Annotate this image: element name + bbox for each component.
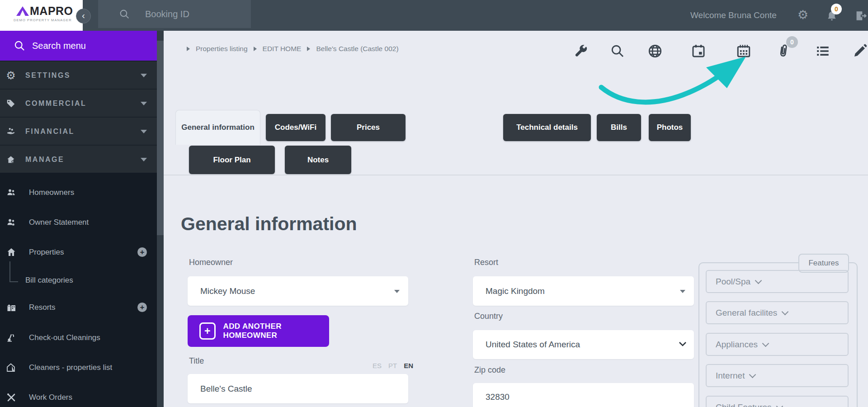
plus-icon[interactable]: + [137,303,147,312]
sidebar-item-owner-statement[interactable]: Owner Statement [0,213,157,232]
search-icon[interactable] [610,43,625,59]
breadcrumb-properties-listing[interactable]: Properties listing [196,45,248,53]
brand-subtitle: DEMO PROPERTY MANAGER [14,18,72,22]
sidebar-collapse-button[interactable]: ‹ [76,9,91,24]
dropdown-caret-icon [680,290,685,293]
sidebar-section-commercial[interactable]: COMMERCIAL [0,89,157,118]
country-value: United States of America [486,340,580,350]
feature-label: Appliances [716,340,758,350]
wrench-icon[interactable] [573,43,588,59]
breadcrumb: Properties listing EDIT HOME Belle's Cas… [187,45,399,53]
sidebar-item-resorts[interactable]: Resorts + [0,298,157,317]
breadcrumb-current-property[interactable]: Belle's Castle (Castle 002) [316,45,398,53]
item-label: Check-out Cleanings [29,333,100,342]
sidebar-section-manage[interactable]: MANAGE [0,145,157,174]
resort-select[interactable]: Magic Kingdom [473,276,694,306]
booking-search-field[interactable]: Booking ID [98,0,251,28]
tab-notes[interactable]: Notes [285,146,351,174]
feature-label: Pool/Spa [716,277,750,287]
add-homeowner-button[interactable]: + ADD ANOTHER HOMEOWNER [188,315,329,347]
attachment-count-badge: 0 [786,36,798,48]
sidebar-search-menu[interactable]: Search menu [0,31,157,61]
tab-bills[interactable]: Bills [597,114,641,141]
tab-prices[interactable]: Prices [331,114,406,141]
title-label: Title [189,356,204,366]
tabs-divider [164,175,868,175]
feature-group-pool-spa[interactable]: Pool/Spa [706,270,849,293]
search-icon [14,40,26,52]
zip-input[interactable]: 32830 [473,383,694,407]
sidebar-section-financial[interactable]: FINANCIAL [0,117,157,146]
tab-floor-plan[interactable]: Floor Plan [189,146,275,174]
chevron-down-icon [141,102,147,105]
sidebar-submenu: Homeowners Owner Statement [0,173,157,407]
calendar-event-icon[interactable] [691,43,706,59]
house-icon [4,247,19,258]
tab-photos[interactable]: Photos [649,114,691,141]
sidebar: Search menu ⚙ SETTINGS COMMERCIAL FINANC… [0,31,157,407]
item-label: Owner Statement [29,218,89,227]
add-homeowner-label: ADD ANOTHER HOMEOWNER [223,322,329,340]
sidebar-section-settings[interactable]: ⚙ SETTINGS [0,61,157,90]
brand-name: MAPRO [30,6,73,16]
title-input[interactable]: Belle's Castle [188,374,408,403]
chevron-down-icon [782,308,789,315]
sidebar-item-work-orders[interactable]: Work Orders [0,388,157,407]
breadcrumb-arrow-icon [307,47,310,51]
chevron-down-icon [749,371,756,378]
price-tag-icon [4,99,18,109]
booking-calendar-icon[interactable] [736,43,751,59]
homeowner-select[interactable]: Mickey Mouse [188,276,408,306]
house-gear-icon [4,155,18,165]
sidebar-item-homeowners[interactable]: Homeowners [0,184,157,202]
item-label: Cleaners - properties list [29,363,112,372]
feature-group-appliances[interactable]: Appliances [706,333,849,356]
zip-value: 32830 [486,392,509,402]
section-label: MANAGE [25,156,64,164]
hand-coins-icon [4,127,18,137]
top-bar: Welcome Bruna Conte ⚙ 0 Booking ID MAPRO… [0,0,868,31]
sidebar-item-bill-categories[interactable]: Bill categories [0,271,157,289]
country-select[interactable]: United States of America [473,330,694,359]
lang-tab-en[interactable]: EN [404,362,413,369]
feature-label: Child Features [716,402,772,407]
edit-pencil-icon[interactable] [852,43,868,59]
plus-icon[interactable]: + [137,247,147,257]
sidebar-scrollbar-thumb[interactable] [157,41,164,235]
feature-group-general-facilities[interactable]: General facilites [706,301,849,324]
crossed-tools-icon [4,392,19,403]
app-root: Welcome Bruna Conte ⚙ 0 Booking ID MAPRO… [0,0,868,407]
plus-icon: + [199,322,216,340]
tab-technical-details[interactable]: Technical details [503,114,591,141]
sidebar-item-cleaners-properties[interactable]: Cleaners - properties list [0,359,157,377]
item-label: Work Orders [29,393,72,402]
tab-general-information[interactable]: General information [175,110,260,145]
breadcrumb-arrow-icon [187,47,190,51]
house-broom-icon [4,362,19,373]
sidebar-item-properties[interactable]: Properties + [0,243,157,261]
zip-label: Zip code [474,365,505,375]
item-label: Homeowners [29,188,74,197]
globe-icon[interactable] [647,43,663,59]
resort-label: Resort [474,258,498,267]
app-logo[interactable]: MAPRO DEMO PROPERTY MANAGER [0,0,83,31]
title-value: Belle's Castle [200,384,252,394]
feature-group-internet[interactable]: Internet [706,364,849,387]
homeowner-value: Mickey Mouse [200,286,255,296]
chevron-down-icon [141,158,147,161]
section-label: COMMERCIAL [25,99,86,108]
search-placeholder: Booking ID [145,9,189,19]
sidebar-item-checkout-cleanings[interactable]: Check-out Cleanings [0,329,157,347]
resort-value: Magic Kingdom [486,286,545,296]
search-icon [119,9,130,20]
lang-tab-es[interactable]: ES [373,362,382,369]
feature-label: Internet [716,371,745,381]
list-icon[interactable] [815,43,830,59]
feature-group-child-features[interactable]: Child Features [706,396,849,407]
settings-gear-icon[interactable]: ⚙ [797,9,808,21]
tab-codes-wifi[interactable]: Codes/WiFi [266,114,326,141]
chevron-down-icon [141,130,147,133]
logout-icon[interactable] [854,9,868,22]
breadcrumb-edit-home[interactable]: EDIT HOME [263,45,302,53]
lang-tab-pt[interactable]: PT [388,362,397,369]
